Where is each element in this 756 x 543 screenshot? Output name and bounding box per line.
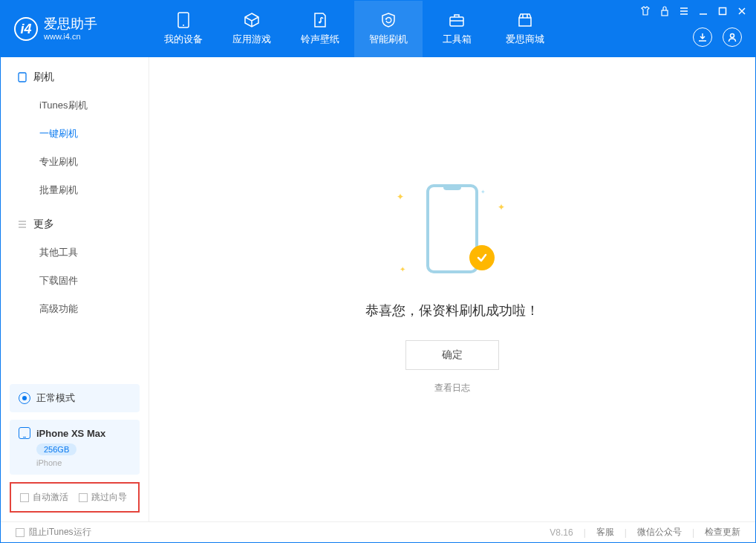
sparkle-icon: ✦ xyxy=(498,202,505,212)
logo-icon: i4 xyxy=(14,17,38,41)
checkbox-icon xyxy=(16,528,25,537)
svg-point-1 xyxy=(183,25,184,26)
body: 刷机 iTunes刷机 一键刷机 专业刷机 批量刷机 更多 其他工具 下载固件 … xyxy=(1,57,755,521)
sidebar-item-advanced[interactable]: 高级功能 xyxy=(1,295,149,323)
maximize-icon[interactable] xyxy=(717,5,729,17)
checkbox-label: 自动激活 xyxy=(33,491,68,504)
download-button[interactable] xyxy=(693,27,712,47)
logo-text: 爱思助手 www.i4.cn xyxy=(44,17,97,41)
confirm-button[interactable]: 确定 xyxy=(405,340,499,370)
sparkle-icon: ✦ xyxy=(397,192,404,202)
tab-label: 铃声壁纸 xyxy=(301,33,339,46)
header-actions xyxy=(693,27,742,47)
main-content: ✦ ✦ ✦ ✦ 恭喜您，保资料刷机成功啦！ 确定 查看日志 xyxy=(149,57,755,521)
checkbox-skip-guide[interactable]: 跳过向导 xyxy=(79,491,127,504)
sidebar-item-oneclick-flash[interactable]: 一键刷机 xyxy=(1,120,149,148)
sparkle-icon: ✦ xyxy=(400,265,405,273)
sidebar-header-label: 更多 xyxy=(33,218,54,231)
view-log-link[interactable]: 查看日志 xyxy=(434,382,470,394)
lock-icon[interactable] xyxy=(659,5,671,17)
sidebar-header-label: 刷机 xyxy=(33,71,54,84)
sidebar-item-itunes-flash[interactable]: iTunes刷机 xyxy=(1,91,149,120)
tab-label: 爱思商城 xyxy=(506,33,544,46)
sidebar-item-batch-flash[interactable]: 批量刷机 xyxy=(1,176,149,204)
separator: | xyxy=(625,527,627,538)
window-controls xyxy=(639,5,748,17)
svg-rect-7 xyxy=(19,73,26,82)
footer-link-support[interactable]: 客服 xyxy=(596,526,614,539)
device-storage-badge: 256GB xyxy=(36,443,76,455)
mode-icon xyxy=(19,392,30,404)
minimize-icon[interactable] xyxy=(697,5,709,17)
sidebar-item-other-tools[interactable]: 其他工具 xyxy=(1,238,149,267)
music-file-icon xyxy=(312,12,328,28)
tab-label: 智能刷机 xyxy=(369,33,408,46)
shirt-icon[interactable] xyxy=(639,5,651,17)
sidebar-section-more: 更多 其他工具 下载固件 高级功能 xyxy=(1,204,149,323)
cube-icon xyxy=(244,12,260,28)
toolbox-icon xyxy=(449,12,465,28)
shield-refresh-icon xyxy=(380,12,397,28)
tab-ringtone-wallpaper[interactable]: 铃声壁纸 xyxy=(286,1,354,57)
sidebar-header-more[interactable]: 更多 xyxy=(1,218,149,238)
success-message: 恭喜您，保资料刷机成功啦！ xyxy=(365,302,539,319)
check-badge-icon xyxy=(469,245,495,270)
svg-point-2 xyxy=(319,22,321,24)
device-card[interactable]: iPhone XS Max 256GB iPhone xyxy=(10,420,140,475)
phone-icon xyxy=(175,12,192,28)
tab-smart-flash[interactable]: 智能刷机 xyxy=(354,1,423,57)
svg-rect-3 xyxy=(450,17,463,26)
header: i4 爱思助手 www.i4.cn 我的设备 应用游戏 铃声壁纸 智能刷机 工具… xyxy=(1,1,755,57)
checkbox-row-highlighted: 自动激活 跳过向导 xyxy=(10,482,140,513)
device-type: iPhone xyxy=(36,458,131,467)
checkbox-label: 阻止iTunes运行 xyxy=(29,526,91,539)
tab-label: 我的设备 xyxy=(164,33,203,46)
footer: 阻止iTunes运行 V8.16 | 客服 | 微信公众号 | 检查更新 xyxy=(1,521,755,542)
svg-rect-4 xyxy=(662,10,668,16)
device-name: iPhone XS Max xyxy=(36,428,105,439)
store-icon xyxy=(517,12,533,28)
close-icon[interactable] xyxy=(736,5,748,17)
mode-card[interactable]: 正常模式 xyxy=(10,384,140,412)
checkbox-label: 跳过向导 xyxy=(91,491,127,504)
tab-label: 应用游戏 xyxy=(232,33,271,46)
checkbox-icon xyxy=(20,493,29,502)
list-icon xyxy=(17,219,27,230)
separator: | xyxy=(584,527,586,538)
footer-right: V8.16 | 客服 | 微信公众号 | 检查更新 xyxy=(550,526,740,539)
tab-label: 工具箱 xyxy=(443,33,472,46)
checkbox-prevent-itunes[interactable]: 阻止iTunes运行 xyxy=(16,526,91,539)
svg-rect-5 xyxy=(720,8,726,15)
svg-point-6 xyxy=(731,34,734,38)
menu-icon[interactable] xyxy=(678,5,690,17)
sparkle-icon: ✦ xyxy=(480,189,486,195)
device-icon xyxy=(17,72,27,82)
phone-icon xyxy=(19,427,30,439)
checkbox-auto-activate[interactable]: 自动激活 xyxy=(20,491,68,504)
footer-link-update[interactable]: 检查更新 xyxy=(705,526,740,539)
footer-link-wechat[interactable]: 微信公众号 xyxy=(637,526,682,539)
checkbox-icon xyxy=(79,493,88,502)
sidebar-section-flash: 刷机 iTunes刷机 一键刷机 专业刷机 批量刷机 xyxy=(1,57,149,204)
sidebar: 刷机 iTunes刷机 一键刷机 专业刷机 批量刷机 更多 其他工具 下载固件 … xyxy=(1,57,149,521)
sidebar-item-pro-flash[interactable]: 专业刷机 xyxy=(1,148,149,176)
main-tabs: 我的设备 应用游戏 铃声壁纸 智能刷机 工具箱 爱思商城 xyxy=(149,1,559,57)
app-subtitle: www.i4.cn xyxy=(44,32,97,41)
sidebar-bottom: 正常模式 iPhone XS Max 256GB iPhone 自动激活 跳过向… xyxy=(1,375,149,521)
sidebar-header-flash[interactable]: 刷机 xyxy=(1,71,149,91)
app-title: 爱思助手 xyxy=(44,17,97,32)
tab-my-device[interactable]: 我的设备 xyxy=(149,1,218,57)
tab-toolbox[interactable]: 工具箱 xyxy=(423,1,491,57)
separator: | xyxy=(692,527,694,538)
sidebar-item-download-firmware[interactable]: 下载固件 xyxy=(1,267,149,295)
user-button[interactable] xyxy=(723,27,742,47)
tab-store[interactable]: 爱思商城 xyxy=(491,1,559,57)
mode-label: 正常模式 xyxy=(36,391,75,405)
tab-apps-games[interactable]: 应用游戏 xyxy=(218,1,286,57)
logo-area[interactable]: i4 爱思助手 www.i4.cn xyxy=(1,17,149,41)
success-illustration: ✦ ✦ ✦ ✦ xyxy=(404,184,501,281)
version-label: V8.16 xyxy=(550,527,573,538)
